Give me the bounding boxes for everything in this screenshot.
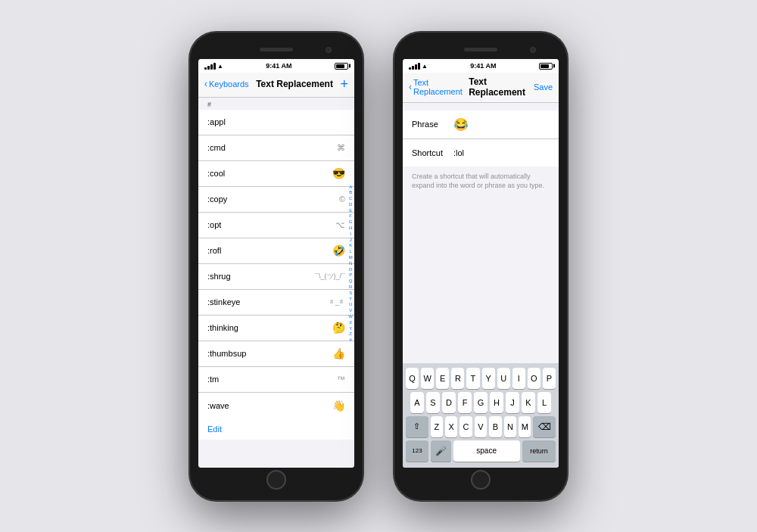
form-container: Phrase 😂 Shortcut :lol Create a shortcut… bbox=[403, 103, 559, 468]
index-a[interactable]: A bbox=[348, 184, 353, 190]
key-m[interactable]: M bbox=[519, 416, 531, 437]
key-z[interactable]: Z bbox=[431, 416, 443, 437]
battery-icon-right bbox=[539, 63, 553, 70]
phone-top-left bbox=[198, 41, 354, 59]
list-item[interactable]: :tm ™ bbox=[198, 367, 354, 393]
key-q[interactable]: Q bbox=[406, 368, 419, 389]
list-item[interactable]: :stinkeye ಠ_ಠ bbox=[198, 290, 354, 316]
key-w[interactable]: W bbox=[421, 368, 434, 389]
index-c[interactable]: C bbox=[348, 196, 353, 202]
item-value-thinking: 🤔 bbox=[332, 322, 345, 334]
index-p[interactable]: P bbox=[348, 272, 353, 278]
return-key[interactable]: return bbox=[522, 440, 556, 462]
key-s[interactable]: S bbox=[426, 392, 440, 413]
index-s[interactable]: S bbox=[348, 291, 353, 297]
index-e[interactable]: E bbox=[348, 207, 353, 213]
signal-bar-2 bbox=[207, 66, 210, 70]
index-hash[interactable]: # bbox=[348, 338, 353, 344]
list-item[interactable]: :shrug ¯\_(ツ)_/¯ bbox=[198, 264, 354, 290]
index-u[interactable]: U bbox=[348, 302, 353, 308]
index-r[interactable]: R bbox=[348, 285, 353, 291]
list-item[interactable]: :cmd ⌘ bbox=[198, 135, 354, 161]
index-x[interactable]: X bbox=[348, 320, 353, 326]
list-item[interactable]: :cool 😎 bbox=[198, 161, 354, 187]
item-value-tm: ™ bbox=[337, 375, 345, 384]
key-o[interactable]: O bbox=[528, 368, 540, 389]
list-item[interactable]: :thinking 🤔 bbox=[198, 316, 354, 341]
index-o[interactable]: O bbox=[348, 266, 353, 272]
item-shortcut-cool: :cool bbox=[207, 169, 225, 178]
key-u[interactable]: U bbox=[497, 368, 510, 389]
list-item[interactable]: :thumbsup 👍 bbox=[198, 341, 354, 367]
key-h[interactable]: H bbox=[490, 392, 503, 413]
key-t[interactable]: T bbox=[466, 368, 479, 389]
item-shortcut-tm: :tm bbox=[207, 375, 219, 384]
index-l[interactable]: L bbox=[348, 249, 353, 255]
home-button-left[interactable] bbox=[266, 470, 286, 490]
key-g[interactable]: G bbox=[474, 392, 488, 413]
key-y[interactable]: Y bbox=[482, 368, 495, 389]
home-button-right[interactable] bbox=[471, 470, 491, 490]
key-b[interactable]: B bbox=[489, 416, 501, 437]
index-m[interactable]: M bbox=[348, 255, 353, 261]
mic-key[interactable]: 🎤 bbox=[431, 440, 451, 462]
index-q[interactable]: Q bbox=[348, 278, 353, 285]
item-shortcut-thinking: :thinking bbox=[207, 323, 238, 332]
index-v[interactable]: V bbox=[348, 308, 353, 314]
key-v[interactable]: V bbox=[475, 416, 487, 437]
list-item[interactable]: :copy © bbox=[198, 187, 354, 213]
key-n[interactable]: N bbox=[504, 416, 516, 437]
index-t[interactable]: T bbox=[348, 296, 353, 302]
edit-button[interactable]: Edit bbox=[198, 418, 354, 440]
key-r[interactable]: R bbox=[451, 368, 464, 389]
key-x[interactable]: X bbox=[445, 416, 457, 437]
key-a[interactable]: A bbox=[410, 392, 424, 413]
list-item[interactable]: :appl bbox=[198, 110, 354, 135]
index-h[interactable]: H bbox=[348, 226, 353, 232]
shift-key[interactable]: ⇧ bbox=[406, 416, 428, 437]
index-z[interactable]: Z bbox=[348, 331, 353, 338]
section-index[interactable]: A B C D E F G H I J K L M N O bbox=[348, 184, 353, 344]
key-j[interactable]: J bbox=[506, 392, 519, 413]
key-i[interactable]: I bbox=[512, 368, 525, 389]
shortcut-row[interactable]: Shortcut :lol bbox=[403, 139, 559, 166]
signal-icon bbox=[204, 63, 216, 70]
key-d[interactable]: D bbox=[442, 392, 456, 413]
list-item[interactable]: :rofl 🤣 bbox=[198, 238, 354, 264]
index-b[interactable]: B bbox=[348, 190, 353, 196]
key-k[interactable]: K bbox=[522, 392, 535, 413]
list-item[interactable]: :wave 👋 bbox=[198, 393, 354, 418]
numbers-key[interactable]: 123 bbox=[406, 440, 428, 462]
keyboard-row-4: 123 🎤 space return bbox=[406, 440, 556, 462]
key-e[interactable]: E bbox=[436, 368, 449, 389]
item-value-cool: 😎 bbox=[332, 167, 345, 179]
key-p[interactable]: P bbox=[543, 368, 556, 389]
space-key[interactable]: space bbox=[453, 440, 520, 462]
phrase-row[interactable]: Phrase 😂 bbox=[403, 110, 559, 139]
index-y[interactable]: Y bbox=[348, 325, 353, 331]
index-n[interactable]: N bbox=[348, 261, 353, 267]
index-w[interactable]: W bbox=[348, 314, 353, 320]
back-button-left[interactable]: ‹ Keyboards bbox=[204, 79, 249, 89]
index-k[interactable]: K bbox=[348, 243, 353, 249]
key-c[interactable]: C bbox=[459, 416, 472, 437]
delete-key[interactable]: ⌫ bbox=[533, 416, 556, 437]
index-g[interactable]: G bbox=[348, 219, 353, 226]
back-button-right[interactable]: ‹ Text Replacement bbox=[409, 78, 469, 96]
key-l[interactable]: L bbox=[537, 392, 551, 413]
list-item[interactable]: :opt ⌥ bbox=[198, 213, 354, 238]
item-value-opt: ⌥ bbox=[335, 220, 345, 230]
index-i[interactable]: I bbox=[348, 232, 353, 238]
camera-left bbox=[326, 47, 332, 53]
phone-bottom-left bbox=[198, 468, 354, 492]
index-f[interactable]: F bbox=[348, 213, 353, 219]
key-f[interactable]: F bbox=[458, 392, 472, 413]
item-value-shrug: ¯\_(ツ)_/¯ bbox=[315, 272, 345, 282]
nav-title-left: Text Replacement bbox=[256, 79, 333, 89]
item-value-stinkeye: ಠ_ಠ bbox=[329, 298, 345, 306]
save-button[interactable]: Save bbox=[534, 82, 553, 92]
form-spacer-bottom bbox=[403, 195, 559, 363]
index-d[interactable]: D bbox=[348, 202, 353, 208]
add-button[interactable]: + bbox=[340, 76, 348, 92]
index-j[interactable]: J bbox=[348, 237, 353, 243]
